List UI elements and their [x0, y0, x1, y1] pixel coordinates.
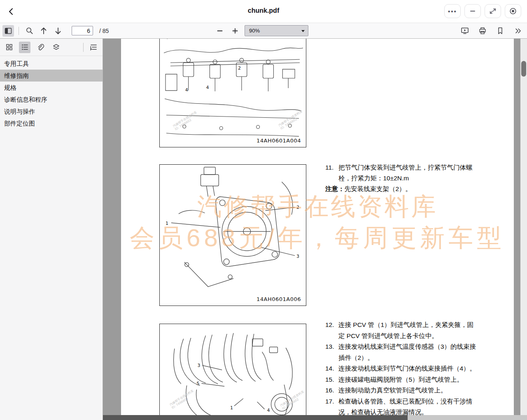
- figure1-callout-4b: 4: [185, 87, 188, 93]
- steps-12-17: 12. 连接 PCV 管（1）到进气歧管上，夹紧夹箍，固定 PCV 管到进气歧管…: [325, 320, 478, 415]
- figure1-callout-4a: 4: [206, 85, 209, 90]
- step-15: 15. 连接碳罐电磁阀脱附管（5）到进气歧管上。: [325, 374, 478, 385]
- pdf-viewer-area: 2 4 4 汽修帮手在线资料库 ID: 7496602 汽修帮手在线资料库 ID…: [103, 39, 520, 415]
- pdf-toolbar: / 85 90%: [0, 23, 527, 39]
- attachments-view-button[interactable]: [35, 42, 46, 53]
- sidebar-item-specs[interactable]: 规格: [0, 82, 103, 93]
- chevron-down-icon: [301, 30, 305, 32]
- toolbar-left-group: / 85: [2, 23, 109, 38]
- step-text: 连接制动助力真空软管到进气歧管上。: [338, 385, 478, 396]
- fullscreen-button[interactable]: [485, 4, 501, 18]
- step-text: 检查确认各管路、线束已装配到位，没有干涉情况，检查确认无油液泄漏情况。: [338, 396, 478, 415]
- find-button[interactable]: [23, 25, 35, 37]
- outline-list-icon: [21, 43, 29, 51]
- toolbar-zoom-group: 90%: [214, 23, 308, 38]
- figure-throttle-body: 2 1 3 14AH0601A006: [159, 164, 306, 306]
- layers-view-button[interactable]: [50, 42, 62, 53]
- titlebar: chunk.pdf •••: [0, 0, 527, 23]
- step-number: 13.: [325, 341, 338, 363]
- bookmark-icon: [497, 27, 504, 35]
- sidebar-toolbar-separator: [83, 43, 84, 52]
- previous-page-button[interactable]: [38, 25, 49, 37]
- zoom-out-button[interactable]: [214, 25, 226, 37]
- presentation-icon: [461, 27, 469, 35]
- sidebar-item-instructions[interactable]: 说明与操作: [0, 105, 103, 117]
- paperclip-icon: [37, 43, 44, 51]
- note-label: 注意：: [325, 185, 345, 192]
- step-11: 11. 把节气门体安装到进气歧管上，拧紧节气门体螺栓，拧紧力矩：10±2N.m: [325, 162, 478, 184]
- bookmark-button[interactable]: [494, 25, 506, 37]
- step-text: 连接 PCV 管（1）到进气歧管上，夹紧夹箍，固定 PCV 管到进气歧管上各卡位…: [338, 320, 478, 341]
- sidebar: 专用工具 维修指南 规格 诊断信息和程序 说明与操作 部件定位图: [0, 39, 103, 420]
- step-11-block: 11. 把节气门体安装到进气歧管上，拧紧节气门体螺栓，拧紧力矩：10±2N.m …: [325, 162, 478, 194]
- vertical-scrollbar-thumb[interactable]: [521, 61, 526, 77]
- figure3-callout-1: 1: [230, 405, 233, 411]
- toolbar-separator: [19, 27, 19, 35]
- sidebar-toggle-icon: [4, 27, 12, 35]
- step-text: 连接发动机线束到进气温度传感器（3）的线束接插件（2）。: [338, 341, 478, 363]
- plus-icon: [232, 28, 238, 34]
- presentation-mode-button[interactable]: [459, 25, 471, 37]
- arrow-up-icon: [40, 27, 47, 35]
- more-options-button[interactable]: •••: [444, 4, 461, 18]
- figure-intake-manifold: 3 5 1 4 汽修帮手在线资料库 ID: 7496602 汽修帮手在线资料库 …: [159, 324, 306, 415]
- step-text: 连接碳罐电磁阀脱附管（5）到进气歧管上。: [338, 374, 478, 385]
- next-page-button[interactable]: [52, 25, 64, 37]
- step-number: 11.: [325, 162, 338, 184]
- figure-engine-coils: 2 4 4 汽修帮手在线资料库 ID: 7496602 汽修帮手在线资料库 ID…: [159, 39, 306, 147]
- figure-intake-manifold-diagram: 3 5 1 4 汽修帮手在线资料库 ID: 7496602 汽修帮手在线资料库 …: [160, 324, 306, 415]
- figure2-callout-3: 3: [296, 254, 299, 259]
- step-number: 17.: [325, 396, 338, 415]
- figure-engine-coils-diagram: 2 4 4 汽修帮手在线资料库 ID: 7496602 汽修帮手在线资料库 ID…: [160, 39, 306, 147]
- pdf-page: 2 4 4 汽修帮手在线资料库 ID: 7496602 汽修帮手在线资料库 ID…: [121, 39, 514, 415]
- record-button[interactable]: [505, 4, 521, 18]
- thumbnails-view-button[interactable]: [3, 42, 15, 53]
- sidebar-item-repair-guide[interactable]: 维修指南: [0, 70, 103, 82]
- current-outline-item-button[interactable]: [88, 42, 99, 53]
- step-14: 14. 连接发动机线束到节气门体的线束接插件（4）。: [325, 363, 478, 374]
- step-text: 连接发动机线束到节气门体的线束接插件（4）。: [338, 363, 478, 374]
- sidebar-view-toolbar: [0, 39, 103, 56]
- sidebar-toggle-button[interactable]: [2, 25, 14, 37]
- layers-icon: [52, 43, 60, 51]
- minimize-icon: [469, 8, 476, 14]
- step-number: 16.: [325, 385, 338, 396]
- page-total-label: / 85: [99, 28, 109, 34]
- figure2-callout-2: 2: [296, 205, 299, 210]
- outline-view-button[interactable]: [19, 42, 30, 53]
- horizontal-scrollbar[interactable]: [103, 415, 527, 420]
- zoom-select[interactable]: 90%: [245, 25, 308, 36]
- vertical-scrollbar[interactable]: [520, 39, 527, 415]
- minimize-button[interactable]: [464, 4, 481, 18]
- record-icon: [509, 7, 517, 15]
- sidebar-item-special-tools[interactable]: 专用工具: [0, 58, 103, 70]
- step-number: 15.: [325, 374, 338, 385]
- step-11-note: 注意：先安装线束支架（2）。: [325, 184, 478, 194]
- step-number: 12.: [325, 320, 338, 341]
- figure1-code: 14AH0601A004: [257, 138, 301, 144]
- printer-icon: [478, 27, 487, 35]
- step-16: 16. 连接制动助力真空软管到进气歧管上。: [325, 385, 478, 396]
- figure2-code: 14AH0601A006: [257, 296, 301, 302]
- zoom-in-button[interactable]: [229, 25, 241, 37]
- figure3-callout-5: 5: [197, 381, 200, 386]
- horizontal-scrollbar-thumb[interactable]: [103, 415, 408, 420]
- figure3-callout-4: 4: [267, 408, 270, 413]
- toolbar-more-button[interactable]: [512, 25, 524, 37]
- step-text: 把节气门体安装到进气歧管上，拧紧节气门体螺栓，拧紧力矩：10±2N.m: [338, 162, 478, 184]
- step-13: 13. 连接发动机线束到进气温度传感器（3）的线束接插件（2）。: [325, 341, 478, 363]
- print-button[interactable]: [477, 25, 488, 37]
- figure-throttle-body-diagram: 2 1 3: [160, 165, 306, 306]
- figure2-callout-1: 1: [166, 221, 168, 226]
- sidebar-item-diagnostics[interactable]: 诊断信息和程序: [0, 93, 103, 105]
- step-number: 14.: [325, 363, 338, 374]
- zoom-value: 90%: [249, 28, 260, 34]
- arrow-down-icon: [54, 27, 62, 35]
- sidebar-item-component-locations[interactable]: 部件定位图: [0, 117, 103, 129]
- step-17: 17. 检查确认各管路、线束已装配到位，没有干涉情况，检查确认无油液泄漏情况。: [325, 396, 478, 415]
- figure1-callout-2: 2: [238, 65, 241, 71]
- minus-icon: [217, 28, 223, 34]
- more-icon: •••: [448, 8, 457, 15]
- step-12: 12. 连接 PCV 管（1）到进气歧管上，夹紧夹箍，固定 PCV 管到进气歧管…: [325, 320, 478, 341]
- page-number-input[interactable]: [72, 26, 93, 35]
